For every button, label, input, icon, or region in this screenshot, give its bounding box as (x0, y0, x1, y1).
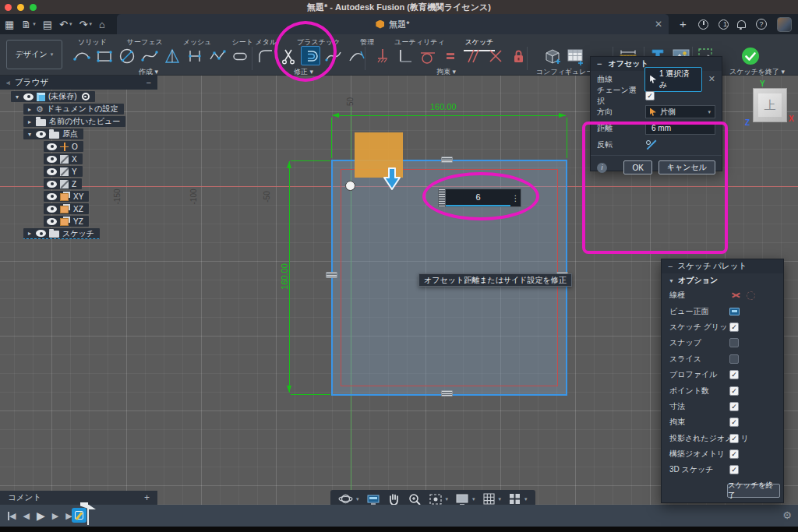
slot-tool-icon[interactable] (185, 46, 204, 65)
browser-item-X[interactable]: X (44, 153, 83, 164)
workspace-selector-button[interactable]: デザイン▾ (6, 40, 62, 69)
clear-selection-icon[interactable]: ✕ (708, 74, 715, 84)
ellipse-slot-tool-icon[interactable] (230, 46, 249, 65)
checkbox[interactable]: ✓ (729, 370, 739, 379)
expander-icon[interactable]: ▾ (14, 93, 20, 100)
dialog-collapse-icon[interactable]: − (597, 59, 602, 69)
close-tab-icon[interactable]: ✕ (655, 19, 662, 30)
flip-direction-icon[interactable] (645, 139, 655, 150)
chain-select-checkbox[interactable]: ✓ (645, 91, 655, 100)
grid-settings-icon[interactable] (482, 492, 496, 506)
extensions-icon[interactable] (698, 19, 708, 30)
document-tab[interactable]: 無題* ✕ (117, 14, 669, 34)
parallel-constraint-icon[interactable] (463, 46, 482, 65)
info-icon[interactable]: i (597, 163, 607, 173)
centerline-icon[interactable] (747, 291, 755, 300)
palette-collapse-icon[interactable]: − (668, 262, 673, 271)
notifications-icon[interactable] (737, 20, 746, 28)
viewports-icon[interactable] (508, 492, 521, 506)
visibility-eye-icon[interactable] (47, 218, 57, 225)
zoom-icon[interactable] (408, 492, 422, 506)
pan-icon[interactable] (387, 492, 401, 506)
add-comment-icon[interactable]: + (144, 492, 150, 503)
checkbox[interactable] (729, 354, 739, 364)
home-icon[interactable]: ⌂ (99, 19, 105, 30)
undo-icon[interactable]: ↶▾ (59, 19, 72, 30)
fillet-tool-icon[interactable] (256, 46, 275, 65)
finish-sketch-icon[interactable] (740, 46, 760, 65)
timeline-position-marker[interactable] (87, 505, 89, 525)
browser-item-XY[interactable]: XY (44, 191, 89, 202)
step-back-button[interactable]: ◀ (23, 511, 29, 521)
collapse-panel-icon[interactable]: ⪡ (6, 79, 10, 87)
visibility-eye-icon[interactable] (47, 206, 57, 213)
visibility-eye-icon[interactable] (47, 168, 57, 175)
polygon-tool-icon[interactable] (162, 46, 182, 65)
minimize-window-button[interactable] (17, 4, 24, 11)
offset-distance-value[interactable]: 6 (446, 189, 510, 206)
help-icon[interactable]: ? (756, 19, 767, 30)
edge-midpoint-grip[interactable] (441, 390, 453, 396)
browser-item-YZ[interactable]: YZ (44, 216, 89, 227)
line-tool-icon[interactable] (72, 46, 91, 65)
timeline-sketch-feature[interactable] (72, 508, 87, 523)
new-tab-button[interactable]: + (680, 17, 687, 30)
lock-constraint-icon[interactable] (508, 46, 528, 65)
ok-button[interactable]: OK (623, 160, 651, 174)
checkbox[interactable]: ✓ (729, 322, 739, 332)
checkbox[interactable]: ✓ (729, 417, 739, 427)
curve-selection-chip[interactable]: 1 選択済み (644, 67, 702, 92)
checkbox[interactable]: ✓ (729, 402, 739, 411)
offset-tool-icon[interactable] (301, 46, 320, 65)
input-options-icon[interactable]: ⋮ (510, 189, 521, 206)
circle-tool-icon[interactable] (117, 46, 136, 65)
traffic-lights[interactable] (5, 4, 37, 11)
browser-item-(未保存)[interactable]: ▾(未保存) (11, 91, 95, 102)
fit-point-spline-tool-icon[interactable] (207, 46, 227, 65)
expander-icon[interactable]: ▾ (26, 131, 33, 138)
view-cube[interactable]: 上 (753, 88, 787, 122)
checkbox[interactable]: ✓ (729, 449, 739, 459)
browser-item-原点[interactable]: ▾原点 (23, 129, 83, 139)
browser-item-XZ[interactable]: XZ (44, 203, 89, 214)
cancel-button[interactable]: キャンセル (659, 160, 715, 174)
visibility-eye-icon[interactable] (47, 143, 57, 150)
perpendicular-constraint-icon[interactable] (395, 46, 415, 65)
step-forward-button[interactable]: ▶ (52, 511, 58, 521)
construction-line-icon[interactable] (729, 291, 740, 300)
direction-dropdown[interactable]: 片側▾ (645, 105, 715, 118)
dimension-value-vertical[interactable]: 160.00 (280, 263, 289, 290)
offset-distance-input[interactable]: 6 ⋮ (438, 188, 521, 207)
look-at-icon[interactable] (729, 308, 740, 315)
offset-direction-arrow[interactable] (382, 167, 402, 192)
spline-edit-tool-icon[interactable] (323, 46, 343, 65)
close-window-button[interactable] (5, 4, 12, 11)
go-to-start-button[interactable]: ◀ (8, 511, 16, 521)
fix-constraint-icon[interactable] (373, 46, 392, 65)
maximize-window-button[interactable] (30, 4, 37, 11)
tangent-constraint-icon[interactable] (418, 46, 437, 65)
symmetry-constraint-icon[interactable] (486, 46, 505, 65)
checkbox[interactable]: ✓ (729, 434, 739, 443)
browser-item-O[interactable]: O (44, 141, 83, 152)
save-icon[interactable]: ▤ (43, 19, 52, 30)
dimension-value-horizontal[interactable]: 160.00 (430, 102, 457, 111)
finish-sketch-button[interactable]: スケッチを終了 (727, 484, 780, 498)
job-status-icon[interactable] (719, 19, 729, 30)
browser-item-名前の付いたビュー[interactable]: ▸名前の付いたビュー (23, 116, 125, 127)
sketch-palette-header[interactable]: − スケッチ パレット (662, 259, 783, 273)
rectangle-tool-icon[interactable] (94, 46, 114, 65)
expander-icon[interactable]: ▸ (26, 118, 33, 125)
play-button[interactable]: ▶ (37, 509, 45, 522)
display-settings-icon[interactable] (455, 493, 469, 506)
equal-constraint-icon[interactable] (440, 46, 460, 65)
checkbox[interactable]: ✓ (729, 465, 739, 474)
minimize-panel-icon[interactable]: − (147, 78, 151, 87)
extend-tool-icon[interactable] (346, 46, 365, 65)
visibility-eye-icon[interactable] (47, 181, 57, 188)
view-cube-face-label[interactable]: 上 (764, 98, 776, 113)
comment-bar[interactable]: コメント + (0, 491, 157, 505)
file-menu-icon[interactable]: 🗎▾ (21, 19, 36, 30)
configuration-table-icon[interactable] (565, 46, 584, 65)
checkbox[interactable]: ✓ (729, 386, 739, 396)
